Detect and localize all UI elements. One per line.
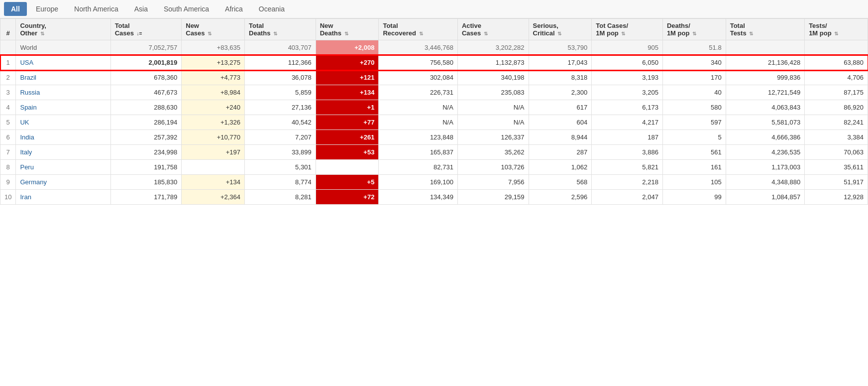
col-deaths-1m[interactable]: Deaths/ 1M pop ⇅ [662,19,726,40]
col-active-cases[interactable]: Active Cases ⇅ [457,19,529,40]
row-cases-1m: 3,886 [592,145,663,160]
tab-africa[interactable]: Africa [218,2,250,16]
row-recovered: 756,580 [379,55,457,70]
row-country[interactable]: USA [16,55,110,70]
col-new-deaths[interactable]: New Deaths ⇅ [316,19,379,40]
row-total-cases: 185,830 [110,175,182,190]
country-link[interactable]: Peru [20,163,33,171]
world-tests [726,40,804,55]
row-total-cases: 257,392 [110,130,182,145]
row-total-cases: 678,360 [110,70,182,85]
world-total-cases: 7,052,757 [110,40,182,55]
col-total-cases[interactable]: Total Cases ↓= [110,19,182,40]
tab-asia[interactable]: Asia [127,2,155,16]
table-row: 6India257,392+10,7707,207+261123,848126,… [0,130,868,145]
row-active: N/A [457,100,529,115]
row-total-deaths: 112,366 [245,55,316,70]
col-total-tests[interactable]: Total Tests ⇅ [726,19,804,40]
row-recovered: 82,731 [379,160,457,175]
country-link[interactable]: Russia [20,89,40,96]
country-link[interactable]: Italy [20,148,32,156]
col-new-cases[interactable]: New Cases ⇅ [182,19,245,40]
sort-icon-deaths-1m: ⇅ [692,31,696,36]
row-country[interactable]: Peru [16,160,110,175]
row-serious: 8,318 [529,70,592,85]
country-link[interactable]: Brazil [20,74,36,81]
row-tests-1m: 70,063 [805,145,868,160]
sort-icon-serious: ⇅ [557,31,561,36]
row-cases-1m: 2,047 [592,190,663,205]
row-num: 8 [0,160,16,175]
tabs-container: All Europe North America Asia South Amer… [0,0,868,18]
row-recovered: 134,349 [379,190,457,205]
col-total-deaths[interactable]: Total Deaths ⇅ [245,19,316,40]
row-new-deaths: +77 [316,115,379,130]
tab-oceania[interactable]: Oceania [252,2,292,16]
row-num: 2 [0,70,16,85]
row-cases-1m: 5,821 [592,160,663,175]
row-new-cases: +13,275 [182,55,245,70]
col-serious-critical[interactable]: Serious, Critical ⇅ [529,19,592,40]
row-new-deaths: +121 [316,70,379,85]
table-row: 4Spain288,630+24027,136+1N/AN/A6176,1735… [0,100,868,115]
row-total-cases: 467,673 [110,85,182,100]
col-tot-cases-1m[interactable]: Tot Cases/ 1M pop ⇅ [592,19,663,40]
row-country[interactable]: Russia [16,85,110,100]
row-tests-1m: 12,928 [805,190,868,205]
table-row: 10Iran171,789+2,3648,281+72134,34929,159… [0,190,868,205]
row-num: 10 [0,190,16,205]
tab-europe[interactable]: Europe [29,2,65,16]
sort-icon-recovered: ⇅ [419,31,423,36]
row-serious: 8,944 [529,130,592,145]
row-recovered: 165,837 [379,145,457,160]
row-country[interactable]: Italy [16,145,110,160]
country-link[interactable]: UK [20,119,29,126]
row-deaths-1m: 580 [662,100,726,115]
row-new-deaths: +134 [316,85,379,100]
tab-all[interactable]: All [4,2,27,16]
tab-north-america[interactable]: North America [67,2,125,16]
row-new-deaths: +270 [316,55,379,70]
col-country[interactable]: Country, Other ⇅ [16,19,110,40]
row-deaths-1m: 597 [662,115,726,130]
row-total-deaths: 8,774 [245,175,316,190]
table-row: 9Germany185,830+1348,774+5169,1007,95656… [0,175,868,190]
row-serious: 604 [529,115,592,130]
row-active: 7,956 [457,175,529,190]
tab-south-america[interactable]: South America [157,2,216,16]
country-link[interactable]: Iran [20,193,31,201]
country-link[interactable]: USA [20,59,33,66]
row-total-cases: 286,194 [110,115,182,130]
row-new-deaths: +53 [316,145,379,160]
row-num: 3 [0,85,16,100]
row-country[interactable]: Germany [16,175,110,190]
country-link[interactable]: India [20,133,34,141]
row-country[interactable]: India [16,130,110,145]
row-new-deaths: +1 [316,100,379,115]
row-tests-1m: 4,706 [805,70,868,85]
row-num: 4 [0,100,16,115]
row-active: 126,337 [457,130,529,145]
row-new-cases [182,160,245,175]
sort-icon-new-deaths: ⇅ [344,31,348,36]
col-total-recovered[interactable]: Total Recovered ⇅ [379,19,457,40]
row-cases-1m: 6,050 [592,55,663,70]
table-row: 7Italy234,998+19733,899+53165,83735,2622… [0,145,868,160]
row-deaths-1m: 105 [662,175,726,190]
row-country[interactable]: UK [16,115,110,130]
row-total-tests: 999,836 [726,70,804,85]
col-tests-1m[interactable]: Tests/ 1M pop ⇅ [805,19,868,40]
world-cases-1m: 905 [592,40,663,55]
row-total-tests: 1,173,003 [726,160,804,175]
country-link[interactable]: Germany [20,178,46,186]
sort-icon-total-tests: ⇅ [749,31,753,36]
row-cases-1m: 3,205 [592,85,663,100]
sort-icon-country: ⇅ [40,31,44,36]
country-link[interactable]: Spain [20,104,36,111]
row-serious: 1,062 [529,160,592,175]
row-total-tests: 21,136,428 [726,55,804,70]
row-new-cases: +4,773 [182,70,245,85]
row-country[interactable]: Spain [16,100,110,115]
row-country[interactable]: Brazil [16,70,110,85]
row-country[interactable]: Iran [16,190,110,205]
